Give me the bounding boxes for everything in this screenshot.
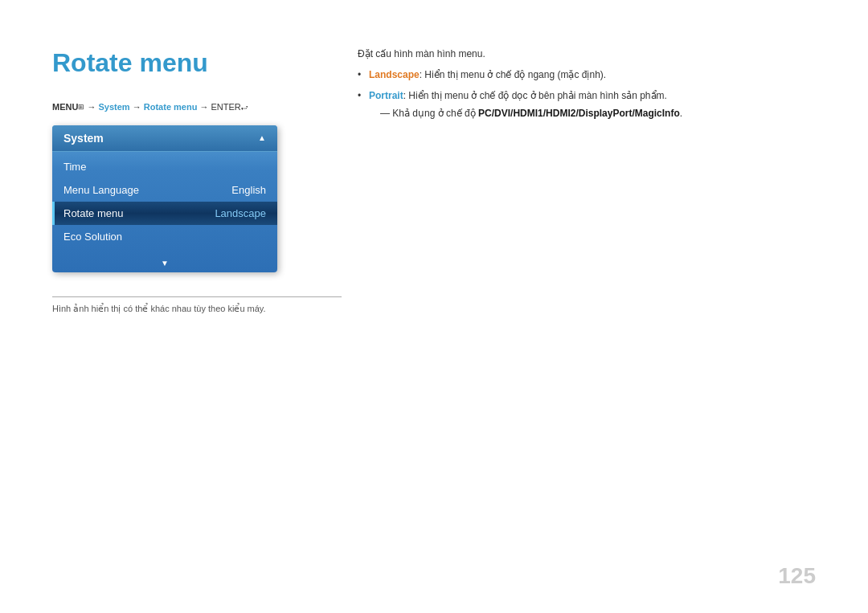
menu-items: Time Menu Language English Rotate menu L…	[52, 152, 277, 251]
arrow-down-icon: ▼	[161, 259, 169, 268]
list-item-landscape: Landscape: Hiển thị menu ở chế độ ngang …	[358, 67, 828, 82]
highlight-modes: PC/DVI/HDMI1/HDMI2/DisplayPort/MagicInfo	[478, 108, 680, 119]
portrait-desc: : Hiển thị menu ở chế độ dọc ở bên phải …	[403, 90, 667, 101]
menu-item-language-label: Menu Language	[63, 184, 139, 196]
system-menu-box: System ▲ Time Menu Language English Rota…	[52, 125, 277, 272]
menu-item-eco-solution[interactable]: Eco Solution	[52, 225, 277, 248]
term-portrait: Portrait	[369, 90, 403, 101]
menu-note: Hình ảnh hiển thị có thể khác nhau tùy t…	[52, 296, 342, 314]
menu-item-rotate-label: Rotate menu	[63, 207, 123, 219]
menu-item-language-value: English	[231, 184, 266, 196]
arrow-down-container: ▼	[52, 251, 277, 272]
menu-item-time[interactable]: Time	[52, 155, 277, 178]
menu-item-rotate-menu[interactable]: Rotate menu Landscape	[52, 202, 277, 225]
menu-path-text: MENU⊞ → System → Rotate menu → ENTER⮐	[52, 102, 248, 112]
description-intro: Đặt cấu hình màn hình menu.	[358, 48, 828, 59]
term-landscape: Landscape	[369, 69, 420, 80]
menu-item-time-label: Time	[63, 161, 86, 173]
system-menu-header: System ▲	[52, 125, 277, 152]
arrow-up-icon: ▲	[258, 133, 266, 142]
menu-note-text: Hình ảnh hiển thị có thể khác nhau tùy t…	[52, 304, 342, 314]
landscape-desc: : Hiển thị menu ở chế độ ngang (mặc định…	[420, 69, 606, 80]
menu-path: MENU⊞ → System → Rotate menu → ENTER⮐	[52, 100, 342, 114]
left-column: Rotate menu MENU⊞ → System → Rotate menu…	[52, 48, 342, 314]
description-list: Landscape: Hiển thị menu ở chế độ ngang …	[358, 67, 828, 121]
page-title: Rotate menu	[52, 48, 342, 78]
menu-item-menu-language[interactable]: Menu Language English	[52, 178, 277, 202]
right-column: Đặt cấu hình màn hình menu. Landscape: H…	[358, 48, 828, 127]
system-menu-title: System	[63, 132, 104, 145]
page-number: 125	[778, 563, 816, 589]
sub-note: ― Khả dụng ở chế độ PC/DVI/HDMI1/HDMI2/D…	[380, 106, 828, 121]
menu-item-rotate-value: Landscape	[215, 207, 266, 219]
list-item-portrait: Portrait: Hiển thị menu ở chế độ dọc ở b…	[358, 88, 828, 121]
menu-item-eco-label: Eco Solution	[63, 231, 122, 243]
page-container: Rotate menu MENU⊞ → System → Rotate menu…	[0, 0, 868, 613]
